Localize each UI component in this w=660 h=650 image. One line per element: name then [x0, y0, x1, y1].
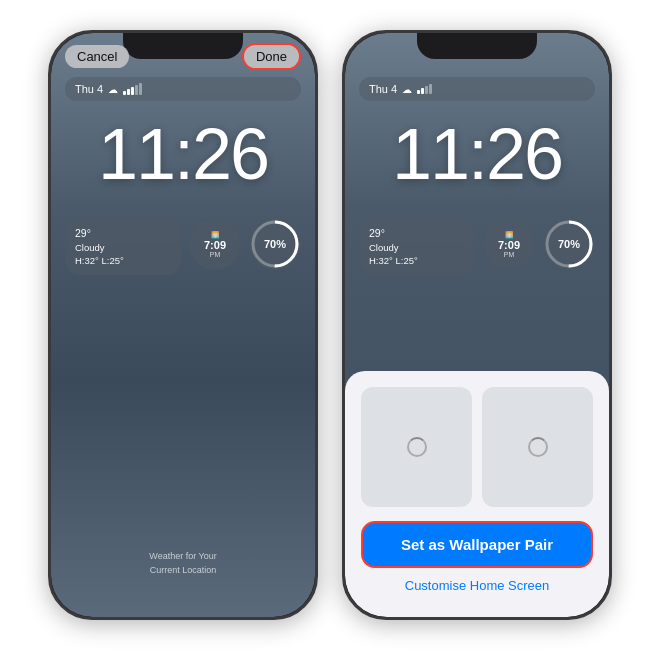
sunset-icon-right: 🌅	[505, 231, 514, 239]
sunset-widget-right: 🌅 7:09 PM	[483, 218, 535, 270]
popup-thumbnails	[361, 387, 593, 507]
thumb-loader-left	[407, 437, 427, 457]
humidity-pct-left: 70%	[264, 238, 286, 250]
status-widget-left: Thu 4 ☁	[65, 77, 301, 101]
weather-desc-right: Cloudy	[369, 241, 465, 254]
sunset-widget-left: 🌅 7:09 PM	[189, 218, 241, 270]
set-wallpaper-button[interactable]: Set as Wallpaper Pair	[361, 521, 593, 568]
big-time-left: 11:26	[51, 113, 315, 195]
bar3r	[425, 86, 428, 94]
right-screen: Thu 4 ☁ 11:26 29° Cloudy	[345, 33, 609, 617]
thumb-card-right	[482, 387, 593, 507]
bar3	[131, 87, 134, 95]
sunset-pm-right: PM	[504, 251, 515, 258]
phones-container: Cancel Done Thu 4 ☁ 11:2	[28, 10, 632, 640]
bar1r	[417, 90, 420, 94]
cloud-icon-left: ☁	[108, 84, 118, 95]
date-row-right: Thu 4 ☁	[369, 83, 432, 95]
temp-right: 29°	[369, 226, 465, 241]
cloud-icon-right: ☁	[402, 84, 412, 95]
left-phone: Cancel Done Thu 4 ☁ 11:2	[48, 30, 318, 620]
date-text-left: Thu 4	[75, 83, 103, 95]
temp-left: 29°	[75, 226, 171, 241]
weather-hl-right: H:32° L:25°	[369, 254, 465, 267]
bar5	[139, 83, 142, 95]
right-phone: Thu 4 ☁ 11:26 29° Cloudy	[342, 30, 612, 620]
weather-widget-right: 29° Cloudy H:32° L:25°	[359, 218, 475, 275]
widgets-row-left: 29° Cloudy H:32° L:25° 🌅 7:09 PM 70%	[65, 218, 301, 275]
big-time-right: 11:26	[345, 113, 609, 195]
sunset-pm-left: PM	[210, 251, 221, 258]
bar2r	[421, 88, 424, 94]
widgets-row-right: 29° Cloudy H:32° L:25° 🌅 7:09 PM 70%	[359, 218, 595, 275]
signal-bars-right	[417, 84, 432, 94]
notch-right	[417, 33, 537, 59]
cancel-button[interactable]: Cancel	[65, 45, 129, 68]
date-text-right: Thu 4	[369, 83, 397, 95]
bar4	[135, 85, 138, 95]
weather-widget-left: 29° Cloudy H:32° L:25°	[65, 218, 181, 275]
top-controls-left: Cancel Done	[51, 43, 315, 70]
humidity-widget-left: 70%	[249, 218, 301, 270]
left-screen: Cancel Done Thu 4 ☁ 11:2	[51, 33, 315, 617]
location-line2: Current Location	[51, 564, 315, 578]
thumb-card-left	[361, 387, 472, 507]
date-row-left: Thu 4 ☁	[75, 83, 142, 95]
status-widget-right: Thu 4 ☁	[359, 77, 595, 101]
humidity-widget-right: 70%	[543, 218, 595, 270]
sunset-time-left: 7:09	[204, 239, 226, 251]
sunset-time-right: 7:09	[498, 239, 520, 251]
done-button[interactable]: Done	[242, 43, 301, 70]
bar4r	[429, 84, 432, 94]
weather-desc-left: Cloudy	[75, 241, 171, 254]
bar2	[127, 89, 130, 95]
humidity-pct-right: 70%	[558, 238, 580, 250]
weather-hl-left: H:32° L:25°	[75, 254, 171, 267]
location-text-left: Weather for Your Current Location	[51, 550, 315, 577]
customise-link[interactable]: Customise Home Screen	[361, 578, 593, 593]
bar1	[123, 91, 126, 95]
thumb-loader-right	[528, 437, 548, 457]
sunset-icon-left: 🌅	[211, 231, 220, 239]
signal-bars-left	[123, 83, 142, 95]
popup-panel: Set as Wallpaper Pair Customise Home Scr…	[345, 371, 609, 617]
location-line1: Weather for Your	[51, 550, 315, 564]
